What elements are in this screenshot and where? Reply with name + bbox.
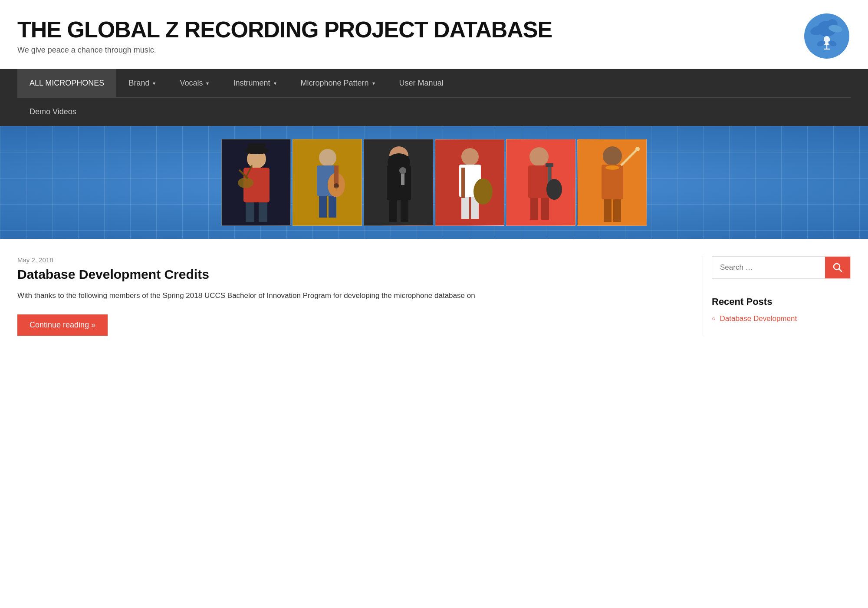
svg-point-38 <box>399 167 406 174</box>
article-excerpt: With thanks to the following members of … <box>17 290 677 302</box>
nav-label-user-manual: User Manual <box>399 79 444 88</box>
svg-rect-50 <box>530 198 538 220</box>
svg-point-44 <box>473 178 493 205</box>
recent-posts-list: Database Development <box>712 314 851 323</box>
svg-point-54 <box>546 179 562 200</box>
site-tagline: We give peace a chance through music. <box>17 46 803 55</box>
nav-item-brand[interactable]: Brand ▾ <box>116 69 168 97</box>
recent-posts-title: Recent Posts <box>712 296 851 307</box>
nav-item-vocals[interactable]: Vocals ▾ <box>168 69 221 97</box>
svg-rect-51 <box>541 198 549 220</box>
chevron-down-icon: ▾ <box>206 80 209 86</box>
continue-reading-button[interactable]: Continue reading » <box>17 314 108 336</box>
nav-item-microphone-pattern[interactable]: Microphone Pattern ▾ <box>289 69 387 97</box>
hero-photo-6 <box>577 139 647 226</box>
nav-item-user-manual[interactable]: User Manual <box>387 69 456 97</box>
svg-rect-59 <box>613 199 621 222</box>
search-input[interactable] <box>712 257 825 278</box>
chevron-down-icon: ▾ <box>274 80 276 86</box>
hero-photo-2 <box>293 139 362 226</box>
hero-photo-5 <box>506 139 575 226</box>
svg-rect-35 <box>389 200 397 222</box>
svg-point-61 <box>635 147 640 151</box>
nav-label-microphone-pattern: Microphone Pattern <box>301 79 369 88</box>
svg-line-64 <box>839 269 842 272</box>
chevron-down-icon: ▾ <box>372 80 375 86</box>
svg-point-40 <box>461 148 479 165</box>
article-title: Database Development Credits <box>17 267 677 282</box>
site-title-area: THE GLOBAL Z RECORDING PROJECT DATABASE … <box>17 17 803 55</box>
site-title: THE GLOBAL Z RECORDING PROJECT DATABASE <box>17 17 803 42</box>
search-icon <box>833 263 842 272</box>
content-wrapper: May 2, 2018 Database Development Credits… <box>0 239 868 353</box>
hero-photo-4 <box>435 139 504 226</box>
hero-banner <box>0 126 868 239</box>
hero-photo-3 <box>364 139 433 226</box>
main-content: May 2, 2018 Database Development Credits… <box>17 256 703 336</box>
chevron-down-icon: ▾ <box>153 80 155 86</box>
svg-rect-24 <box>319 196 327 218</box>
search-button[interactable] <box>825 257 850 278</box>
nav-row-1: ALL MICROPHONES Brand ▾ Vocals ▾ Instrum… <box>17 69 851 97</box>
site-logo <box>803 12 851 60</box>
svg-point-28 <box>334 183 339 188</box>
article-date: May 2, 2018 <box>17 256 677 264</box>
svg-point-22 <box>319 149 336 166</box>
nav-label-instrument: Instrument <box>233 79 270 88</box>
svg-rect-58 <box>604 199 612 222</box>
svg-rect-34 <box>387 165 411 200</box>
svg-rect-17 <box>248 144 265 152</box>
svg-rect-36 <box>401 200 408 222</box>
svg-rect-14 <box>246 202 254 222</box>
svg-point-18 <box>238 178 253 188</box>
nav-label-all-microphones: ALL MICROPHONES <box>30 79 104 88</box>
nav-label-brand: Brand <box>128 79 149 88</box>
nav-row-2: Demo Videos <box>17 97 851 126</box>
nav-item-demo-videos[interactable]: Demo Videos <box>17 98 89 126</box>
main-nav: ALL MICROPHONES Brand ▾ Vocals ▾ Instrum… <box>0 69 868 126</box>
svg-rect-25 <box>329 196 336 218</box>
svg-point-56 <box>603 146 622 165</box>
hero-photos <box>221 139 647 226</box>
recent-post-link[interactable]: Database Development <box>720 314 797 323</box>
featured-article: May 2, 2018 Database Development Credits… <box>17 256 677 336</box>
nav-item-all-microphones[interactable]: ALL MICROPHONES <box>17 69 116 97</box>
recent-post-item: Database Development <box>712 314 851 323</box>
svg-point-62 <box>605 165 619 170</box>
site-header: THE GLOBAL Z RECORDING PROJECT DATABASE … <box>0 0 868 69</box>
search-box <box>712 256 851 279</box>
svg-rect-42 <box>461 197 469 219</box>
hero-photo-1 <box>221 139 291 226</box>
sidebar: Recent Posts Database Development <box>703 256 851 336</box>
nav-item-instrument[interactable]: Instrument ▾ <box>221 69 288 97</box>
svg-rect-15 <box>259 202 267 222</box>
nav-label-demo-videos: Demo Videos <box>30 107 76 116</box>
svg-rect-53 <box>546 163 553 167</box>
svg-rect-45 <box>461 168 465 198</box>
nav-label-vocals: Vocals <box>180 79 203 88</box>
